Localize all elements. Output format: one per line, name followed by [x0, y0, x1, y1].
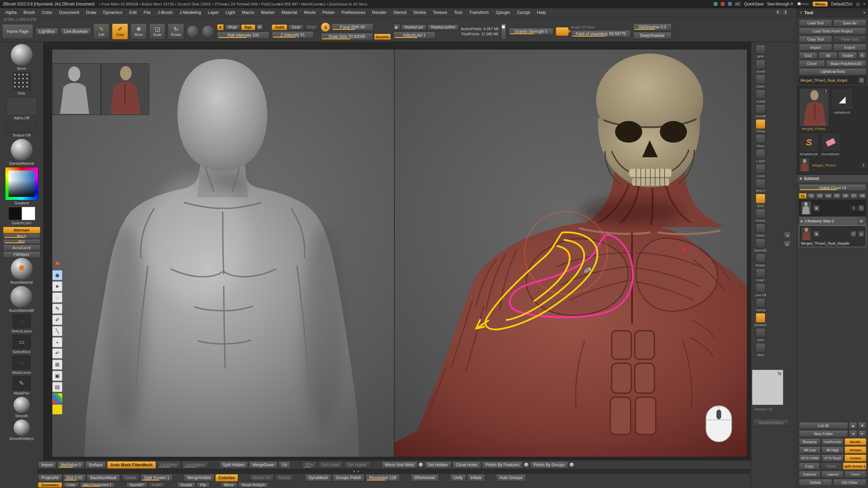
right-shelf-button[interactable]: Qxyz: [753, 194, 768, 207]
tray-button[interactable]: Mirror: [221, 482, 237, 488]
blur-slider[interactable]: Blur 0: [3, 233, 40, 239]
tray-button[interactable]: Flip: [197, 482, 210, 488]
main-color-swatch[interactable]: [8, 207, 22, 220]
visible-count-slider[interactable]: Visible Count 14: [799, 184, 866, 191]
append-button[interactable]: Append: [822, 471, 843, 478]
subtool-tab[interactable]: V5: [833, 193, 841, 199]
replay-last-button[interactable]: ReplayLast: [401, 24, 427, 30]
lightbox-tools-button[interactable]: Lightbox▸Tools: [799, 68, 866, 75]
menu-item[interactable]: Render: [369, 8, 390, 17]
right-shelf-button[interactable]: Rotate: [753, 253, 768, 267]
pen-icon[interactable]: ✐: [52, 315, 62, 325]
folder-arrow-icon[interactable]: ▸: [801, 219, 803, 223]
tray-button[interactable]: Import: [38, 461, 56, 469]
viewport-right-anatomy-model[interactable]: [395, 49, 747, 457]
right-shelf-button[interactable]: L.Sym: [753, 149, 768, 163]
load-tool-button[interactable]: Load Tool: [799, 19, 832, 26]
stroke-thumbnail[interactable]: [11, 44, 33, 66]
tray-button[interactable]: Groups Polish: [332, 474, 364, 482]
sculpt-icon[interactable]: ▲: [858, 231, 864, 237]
points-vertical-slider[interactable]: [501, 23, 506, 40]
divider-right-arrow[interactable]: ▸: [784, 241, 791, 247]
tray-button[interactable]: ZRemesher: [411, 474, 439, 482]
right-shelf-button[interactable]: AAHalf: [753, 104, 768, 118]
menu-item[interactable]: J-Brush: [154, 8, 176, 17]
lasso-icon[interactable]: ◌: [52, 292, 62, 303]
replay-icon[interactable]: ▶: [393, 24, 400, 30]
tray-button[interactable]: Polish By Features: [482, 461, 523, 469]
tray-button[interactable]: Del Hidden: [425, 461, 451, 469]
rf-slider[interactable]: Rf 0: [3, 239, 40, 244]
folder-options-icon[interactable]: ▤: [858, 218, 864, 224]
subtool-tab[interactable]: V2: [807, 193, 815, 199]
subtool-thumbnail-anatomy[interactable]: [801, 227, 812, 241]
right-shelf-button[interactable]: PolyF: [753, 268, 768, 282]
tray-button[interactable]: BackfaceMask: [87, 474, 120, 482]
subtool-collapse-icon[interactable]: ▾: [800, 176, 802, 181]
right-shelf-button[interactable]: Move: [753, 224, 768, 237]
move-button[interactable]: ✥ Move: [131, 23, 147, 40]
del-other-button[interactable]: Del Other: [833, 479, 866, 486]
smooth-brush-thumbnail[interactable]: [14, 397, 30, 413]
clone-button[interactable]: Clone: [799, 60, 825, 67]
menu-item[interactable]: Zplugin: [492, 8, 514, 17]
smooth-valleys-brush-thumbnail[interactable]: [14, 420, 30, 436]
swatch-icon[interactable]: [52, 404, 62, 414]
right-shelf-button[interactable]: SPix 3: [753, 179, 768, 192]
z-intensity-slider[interactable]: Z Intensity 51: [272, 31, 314, 39]
default-zscript-label[interactable]: DefaultZScr: [831, 2, 852, 6]
panel-collapse-icon[interactable]: ▾: [863, 10, 865, 15]
dock-left-icon[interactable]: ◧: [776, 9, 780, 14]
divider-handle-icon[interactable]: ▲▲: [353, 469, 361, 473]
rotate-button[interactable]: ↻ Rotate: [168, 23, 184, 40]
right-shelf-button[interactable]: Persp: [753, 119, 768, 133]
select-lasso-thumbnail[interactable]: ◌: [13, 314, 31, 328]
menu-item[interactable]: Preferences: [338, 8, 369, 17]
menu-button[interactable]: Menu: [813, 2, 828, 6]
tray-button[interactable]: Mirror And Weld: [381, 461, 417, 469]
thumbnail-gray-model[interactable]: [53, 63, 101, 115]
right-shelf-button[interactable]: Dynamic: [753, 313, 768, 327]
focal-shift-slider[interactable]: Focal Shift 40: [331, 23, 373, 31]
mask-by-feature-button[interactable]: MaskByFeature: [753, 419, 789, 426]
recent-tool-thumbnail[interactable]: [799, 158, 810, 172]
tray-button[interactable]: Dist 0.02: [63, 474, 86, 482]
see-through-slider[interactable]: See-through 0: [767, 2, 793, 6]
delete-subtool-button[interactable]: Delete: [799, 479, 832, 486]
basic-material-thumbnail[interactable]: [11, 258, 33, 280]
menu-item[interactable]: J-Modeling: [176, 8, 204, 17]
zadd-button[interactable]: Zadd: [272, 24, 287, 30]
right-shelf-button[interactable]: Zoom3D: [753, 239, 768, 252]
menu-item[interactable]: Alpha: [2, 8, 20, 17]
tray-button[interactable]: DelMT: [148, 482, 166, 488]
tray-button[interactable]: DynaMesh: [305, 474, 331, 482]
menu-item[interactable]: Draw: [83, 8, 100, 17]
palette-icon[interactable]: [52, 393, 62, 403]
draw-button[interactable]: ✐ Draw: [112, 23, 128, 40]
menu-item[interactable]: Stroke: [410, 8, 430, 17]
draw-size-slider[interactable]: Draw Size 70.82045: [321, 33, 373, 40]
paste-tool-button[interactable]: Paste Tool: [833, 36, 866, 43]
stroke-curve-icon[interactable]: S: [321, 22, 330, 32]
menu-item[interactable]: Picker: [319, 8, 338, 17]
crease-toggle[interactable]: Crease: [845, 454, 866, 462]
home-page-button[interactable]: Home Page: [2, 24, 33, 39]
tray-button[interactable]: MergeDown: [249, 461, 278, 469]
eye-visibility-icon[interactable]: ◉: [813, 205, 820, 211]
subtool-thumbnail-gray[interactable]: [801, 201, 812, 215]
dot-icon[interactable]: •: [52, 337, 62, 347]
stroke-dots-thumbnail[interactable]: [13, 72, 31, 90]
subtool-folder-row[interactable]: ▸ J Anatomy Step-2 ▤: [799, 217, 866, 226]
active-tool-thumbnail[interactable]: 3: [799, 88, 829, 127]
menu-item[interactable]: Macro: [238, 8, 257, 17]
field-of-view-slider[interactable]: Field of view(deg) 39.59775: [571, 30, 631, 38]
menu-item[interactable]: Transform: [466, 8, 492, 17]
tray-button[interactable]: MergeVisible: [184, 474, 214, 482]
menu-item[interactable]: Tool: [451, 8, 466, 17]
all-high-button[interactable]: All High: [822, 446, 843, 453]
menu-item[interactable]: Zscript: [513, 8, 533, 17]
tray-button[interactable]: Close Holes: [452, 461, 481, 469]
current-tool-row[interactable]: Merged_TPose1_Ryan_Kingsli R: [799, 76, 866, 84]
menu-item[interactable]: Stencil: [390, 8, 410, 17]
all-low-button[interactable]: All Low: [799, 446, 821, 453]
